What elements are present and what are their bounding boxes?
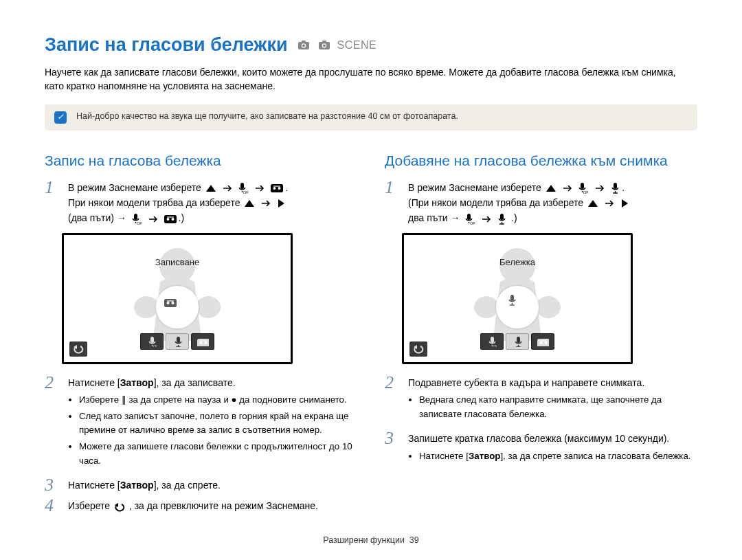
sub-bullets: Изберете ‖ за да спрете на пауза и ● да … xyxy=(68,393,357,468)
mode-button-row xyxy=(140,333,214,350)
step-1: 1 В режим Заснемане изберете . (При няко… xyxy=(385,179,697,226)
note-text: Най-добро качество на звука ще получите,… xyxy=(76,111,458,121)
bullet: Натиснете [Затвор], за да спрете записа … xyxy=(419,449,697,464)
manual-page: Запис на гласови бележки SCENE Научете к… xyxy=(0,0,742,559)
back-icon xyxy=(114,502,125,512)
scene-mode-label: SCENE xyxy=(337,39,377,52)
tape-button[interactable] xyxy=(531,333,554,350)
text-bold: Затвор xyxy=(120,377,154,388)
tape-icon xyxy=(164,213,177,225)
mic-off-icon xyxy=(131,213,142,225)
left-column: Запис на гласова бележка 1 В режим Засне… xyxy=(45,153,357,518)
text: ], за да спрете. xyxy=(154,480,221,491)
back-button[interactable] xyxy=(409,341,427,357)
bullet: Веднага след като направите снимката, ще… xyxy=(419,393,697,421)
mic-button[interactable] xyxy=(506,333,529,350)
step-body: Натиснете [Затвор], за да записвате. Изб… xyxy=(68,374,357,473)
mic-off-button[interactable] xyxy=(140,333,164,350)
page-title: Запис на гласови бележки SCENE xyxy=(45,34,697,56)
step-number: 4 xyxy=(45,497,58,515)
step-body: Запишете кратка гласова бележка (максиму… xyxy=(408,429,697,469)
right-heading: Добавяне на гласова бележка към снимка xyxy=(385,153,697,169)
text: В режим Заснемане изберете xyxy=(408,182,544,193)
step-number: 2 xyxy=(45,374,58,473)
arrow-icon xyxy=(254,183,265,193)
sub-bullets: Натиснете [Затвор], за да спрете записа … xyxy=(408,449,697,464)
text: (При някои модели трябва да изберете xyxy=(408,197,586,208)
text: Натиснете [ xyxy=(68,480,120,491)
text-bold: Затвор xyxy=(120,480,154,491)
text: ], за да спрете записа на гласовата беле… xyxy=(500,451,690,461)
footer-page-number: 39 xyxy=(409,535,419,545)
page-footer: Разширени функции 39 xyxy=(45,535,697,545)
step-body: Изберете , за да превключите на режим За… xyxy=(68,497,357,515)
right-column: Добавяне на гласова бележка към снимка 1… xyxy=(385,153,697,518)
text: При някои модели трябва да изберете xyxy=(68,197,243,208)
step-1: 1 В режим Заснемане изберете . При някои… xyxy=(45,179,357,226)
mic-button[interactable] xyxy=(166,333,189,350)
sub-bullets: Веднага след като направите снимката, ще… xyxy=(408,393,697,421)
mic-off-icon xyxy=(237,182,249,194)
footer-section: Разширени функции xyxy=(323,535,405,545)
note-icon: ✓ xyxy=(54,111,67,124)
text: Натиснете [ xyxy=(68,377,120,388)
center-mode-indicator xyxy=(496,286,539,328)
mode-button-row xyxy=(480,333,554,350)
text: два пъти → xyxy=(408,212,462,223)
step-body: В режим Заснемане изберете . При някои м… xyxy=(68,179,357,226)
up-triangle-icon xyxy=(205,183,216,193)
arrow-icon xyxy=(148,214,158,224)
text: В режим Заснемане изберете xyxy=(68,182,204,193)
right-triangle-icon xyxy=(276,199,286,208)
device-screenshot-memo: Бележка xyxy=(402,233,633,364)
mic-off-button[interactable] xyxy=(480,333,504,350)
camera-icon xyxy=(318,39,332,51)
step-3: 3 Запишете кратка гласова бележка (макси… xyxy=(385,429,697,469)
bullet: Изберете ‖ за да спрете на пауза и ● да … xyxy=(79,393,357,407)
step-2: 2 Натиснете [Затвор], за да записвате. И… xyxy=(45,374,357,473)
up-triangle-icon xyxy=(587,199,598,208)
text: Изберете xyxy=(68,500,113,511)
step-number: 3 xyxy=(45,476,58,494)
bullet: Можете да запишете гласови бележки с про… xyxy=(79,440,357,468)
arrow-icon xyxy=(260,199,271,208)
right-triangle-icon xyxy=(620,199,629,208)
bullet: След като записът започне, полето в горн… xyxy=(79,410,357,438)
note-callout: ✓ Най-добро качество на звука ще получит… xyxy=(45,104,697,131)
arrow-icon xyxy=(481,214,491,224)
mic-off-icon xyxy=(464,213,475,225)
up-triangle-icon xyxy=(546,183,556,193)
center-mode-indicator xyxy=(156,286,199,328)
text: Запишете кратка гласова бележка (максиму… xyxy=(408,433,669,444)
step-4: 4 Изберете , за да превключите на режим … xyxy=(45,497,357,515)
arrow-icon xyxy=(604,199,614,208)
page-title-text: Запис на гласови бележки xyxy=(45,34,288,56)
step-body: В режим Заснемане изберете . (При някои … xyxy=(408,179,697,226)
back-button[interactable] xyxy=(69,341,87,357)
step-number: 1 xyxy=(385,179,398,226)
device-screenshot-recording: Записване xyxy=(62,233,293,364)
step-2: 2 Подравнете субекта в кадъра и направет… xyxy=(385,374,697,427)
text: ], за да записвате. xyxy=(154,377,236,388)
screenshot-title: Бележка xyxy=(404,257,631,267)
screenshot-title: Записване xyxy=(64,257,291,267)
text: (два пъти) → xyxy=(68,212,129,223)
arrow-icon xyxy=(222,183,232,193)
camera-icon xyxy=(297,39,311,51)
arrow-icon xyxy=(562,183,572,193)
text: .) xyxy=(511,212,517,223)
step-body: Натиснете [Затвор], за да спрете. xyxy=(68,476,357,494)
step-3: 3 Натиснете [Затвор], за да спрете. xyxy=(45,476,357,494)
text: Подравнете субекта в кадъра и направете … xyxy=(408,377,644,388)
mic-off-icon xyxy=(577,182,589,194)
up-triangle-icon xyxy=(244,199,255,208)
text: , за да превключите на режим Заснемане. xyxy=(129,500,318,511)
step-number: 1 xyxy=(45,179,58,226)
arrow-icon xyxy=(594,183,605,193)
mic-icon xyxy=(610,182,620,194)
text-bold: Затвор xyxy=(469,451,500,461)
step-number: 2 xyxy=(385,374,398,427)
step-body: Подравнете субекта в кадъра и направете … xyxy=(408,374,697,427)
tape-button[interactable] xyxy=(191,333,214,350)
intro-paragraph: Научете как да записвате гласови бележки… xyxy=(45,65,697,93)
